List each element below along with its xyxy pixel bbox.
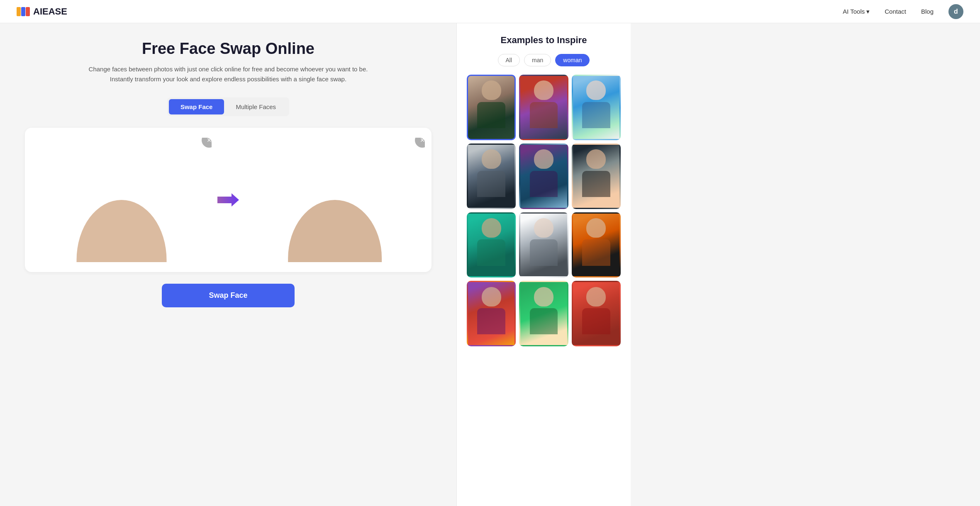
- example-image-2[interactable]: [519, 75, 568, 140]
- example-image-9[interactable]: [572, 212, 621, 278]
- nav-contact[interactable]: Contact: [885, 8, 906, 15]
- logo-icon: [17, 7, 30, 16]
- source-close-button[interactable]: ×: [202, 138, 212, 148]
- chevron-down-icon: ▾: [866, 8, 870, 15]
- svg-rect-1: [21, 7, 25, 16]
- target-upload-box[interactable]: ×: [245, 138, 425, 262]
- face-overlay-8: [520, 214, 567, 277]
- filter-man[interactable]: man: [524, 54, 551, 66]
- face-overlay-4: [468, 145, 514, 208]
- tab-multiple-faces[interactable]: Multiple Faces: [224, 99, 288, 114]
- sidebar-title: Examples to Inspire: [467, 35, 621, 46]
- user-avatar[interactable]: d: [948, 4, 963, 19]
- tab-swap-face[interactable]: Swap Face: [169, 99, 224, 114]
- example-image-4[interactable]: [467, 144, 516, 209]
- filter-all[interactable]: All: [498, 54, 520, 66]
- example-image-3[interactable]: [572, 75, 621, 140]
- nav-blog[interactable]: Blog: [921, 8, 934, 15]
- brand-logo[interactable]: AIEASE: [17, 6, 67, 17]
- face-overlay-10: [468, 282, 514, 345]
- swap-face-button[interactable]: Swap Face: [162, 284, 295, 307]
- examples-grid: [467, 75, 621, 346]
- page-body: Free Face Swap Online Change faces betwe…: [0, 23, 980, 506]
- example-image-1[interactable]: [467, 75, 516, 140]
- svg-marker-3: [217, 193, 239, 207]
- mode-tabs: Swap Face Multiple Faces: [167, 97, 289, 116]
- face-overlay-6: [573, 145, 619, 208]
- arrow-container: [212, 192, 245, 207]
- example-image-10[interactable]: [467, 281, 516, 346]
- face-overlay-7: [468, 214, 514, 277]
- target-close-button[interactable]: ×: [415, 138, 425, 148]
- face-overlay-5: [520, 145, 567, 208]
- swap-btn-container: Swap Face: [25, 284, 431, 307]
- example-image-7[interactable]: [467, 212, 516, 278]
- face-overlay-1: [468, 76, 514, 139]
- example-image-11[interactable]: [519, 281, 568, 346]
- filter-woman[interactable]: woman: [555, 54, 590, 66]
- examples-sidebar: Examples to Inspire All man woman: [456, 23, 631, 506]
- source-upload-box[interactable]: ×: [32, 138, 212, 262]
- face-overlay-9: [573, 214, 619, 277]
- arrow-icon: [217, 192, 239, 207]
- nav-ai-tools[interactable]: AI Tools ▾: [843, 8, 870, 15]
- face-overlay-2: [520, 76, 567, 139]
- svg-rect-2: [26, 7, 30, 16]
- nav-links: AI Tools ▾ Contact Blog d: [843, 4, 963, 19]
- filter-buttons: All man woman: [467, 54, 621, 66]
- face-overlay-3: [573, 76, 619, 139]
- page-title: Free Face Swap Online: [25, 40, 431, 58]
- face-overlay-12: [573, 282, 619, 345]
- upload-section: ×: [25, 128, 431, 272]
- example-image-8[interactable]: [519, 212, 568, 278]
- example-image-6[interactable]: [572, 144, 621, 209]
- main-content: Free Face Swap Online Change faces betwe…: [0, 23, 456, 506]
- navbar: AIEASE AI Tools ▾ Contact Blog d: [0, 0, 980, 23]
- face-overlay-11: [520, 282, 567, 345]
- example-image-12[interactable]: [572, 281, 621, 346]
- svg-rect-0: [17, 7, 21, 16]
- page-subtitle: Change faces between photos with just on…: [87, 64, 369, 84]
- example-image-5[interactable]: [519, 144, 568, 209]
